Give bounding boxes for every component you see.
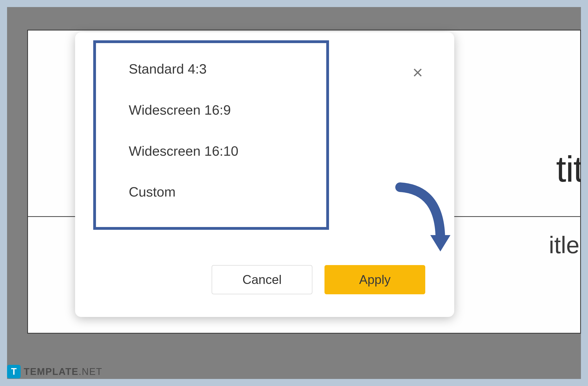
watermark-text: TEMPLATE.NET: [24, 366, 103, 377]
option-widescreen-16-9[interactable]: Widescreen 16:9: [129, 102, 293, 118]
dimmed-background: tit itle Standard 4:3 Widescreen 16:9 Wi…: [7, 7, 581, 379]
option-custom[interactable]: Custom: [129, 184, 293, 200]
page-setup-dialog: Standard 4:3 Widescreen 16:9 Widescreen …: [75, 32, 454, 317]
close-button[interactable]: [410, 65, 425, 80]
watermark-brand-bold: TEMPLATE: [24, 366, 79, 377]
option-widescreen-16-10[interactable]: Widescreen 16:10: [129, 143, 293, 159]
arrow-annotation-icon: [395, 182, 455, 260]
dialog-button-row: Cancel Apply: [212, 265, 425, 294]
aspect-ratio-options-highlight: Standard 4:3 Widescreen 16:9 Widescreen …: [93, 40, 329, 230]
slide-subtitle-placeholder: itle: [549, 231, 579, 259]
option-standard-4-3[interactable]: Standard 4:3: [129, 61, 293, 77]
apply-button[interactable]: Apply: [324, 265, 425, 294]
close-icon: [412, 67, 424, 79]
watermark-brand-light: .NET: [79, 366, 103, 377]
slide-title-placeholder: tit: [556, 148, 581, 190]
watermark-logo-icon: T: [7, 365, 21, 378]
watermark: T TEMPLATE.NET: [7, 365, 103, 378]
cancel-button[interactable]: Cancel: [212, 265, 312, 294]
